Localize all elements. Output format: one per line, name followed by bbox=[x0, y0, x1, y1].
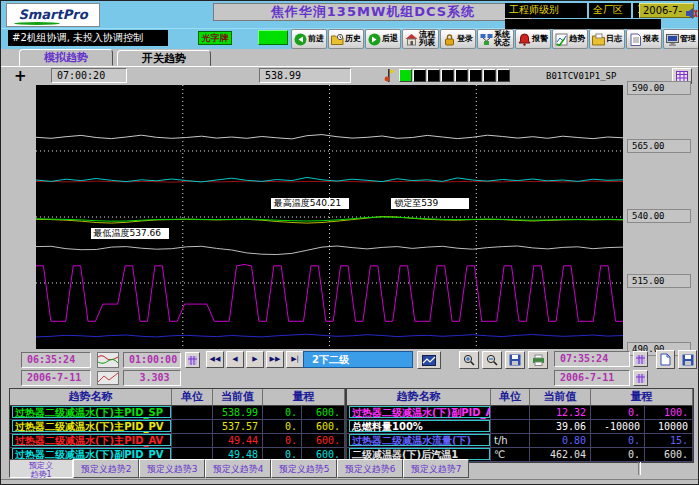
end-date-field[interactable]: 2006-7-11 bbox=[554, 370, 630, 386]
cursor-time-box[interactable]: 07:00:20 bbox=[51, 68, 127, 83]
toolbar: 前进历史后退流程列表登录系统状态报警趋势日志报表管理打印图形 bbox=[291, 29, 699, 49]
predefined-trend-tab-6[interactable]: 预定义趋势6 bbox=[337, 459, 403, 478]
table-row[interactable]: 过热器二级减温水流量(下)t/h0.800.15. bbox=[347, 434, 693, 448]
zoom-out-button[interactable] bbox=[482, 351, 502, 369]
jump-end-button[interactable]: ▶| bbox=[286, 351, 304, 368]
bottom-strip bbox=[1, 479, 699, 485]
chart-annotation: 最低温度537.66 bbox=[91, 228, 169, 239]
logo-swoosh bbox=[14, 22, 60, 25]
current-value-cell: 0.80 bbox=[530, 434, 591, 448]
trend-name-cell[interactable]: 过热器二级减温水(下)主PID_AV bbox=[10, 434, 172, 448]
toolbar-button-label: 后退 bbox=[382, 35, 398, 43]
save-trend-button[interactable] bbox=[505, 351, 525, 369]
toolbar-button-flow-list[interactable]: 流程列表 bbox=[402, 29, 439, 49]
toolbar-button-report[interactable]: 报表 bbox=[626, 29, 662, 49]
monitor-icon bbox=[666, 33, 679, 46]
zoom-in-button[interactable] bbox=[459, 351, 479, 369]
range-min-cell: 0. bbox=[591, 406, 645, 420]
pen-slot-6[interactable] bbox=[469, 69, 482, 82]
pen-slot-3[interactable] bbox=[427, 69, 440, 82]
pen-slot-4[interactable] bbox=[441, 69, 454, 82]
cursor-value-box[interactable]: 538.99 bbox=[259, 68, 351, 83]
toolbar-button-history[interactable]: 历史 bbox=[328, 29, 364, 49]
toolbar-button-manage[interactable]: 管理 bbox=[663, 29, 699, 49]
end-date-picker-button[interactable] bbox=[633, 370, 648, 386]
area-label: 全厂区 bbox=[589, 3, 631, 18]
trend-name-cell[interactable]: 过热器二级减温水(下)主PID_SP bbox=[10, 406, 172, 420]
tab-switch-trend[interactable]: 开关趋势 bbox=[117, 50, 211, 67]
save-config-button[interactable] bbox=[678, 350, 697, 369]
range-min-cell: 0. bbox=[263, 406, 302, 420]
trend-table-left: 趋势名称单位当前值量程过热器二级减温水(下)主PID_SP538.990.600… bbox=[9, 388, 346, 463]
fast-forward-button[interactable]: ▶▶ bbox=[266, 351, 284, 368]
trend-name-cell[interactable]: 过热器二级减温水(下)主PID_PV bbox=[10, 420, 172, 434]
toolbar-button-label: 日志 bbox=[606, 35, 622, 43]
end-time-field[interactable]: 07:35:24 bbox=[554, 351, 630, 367]
table-row[interactable]: 过热器二级减温水(下)主PID_SP538.990.600. bbox=[10, 406, 345, 420]
trend-plot[interactable]: 最高温度540.21锁定至539最低温度537.66 bbox=[36, 85, 623, 349]
rewind-button[interactable]: ◀◀ bbox=[206, 351, 224, 368]
toolbar-button-alarm[interactable]: 报警 bbox=[515, 29, 551, 49]
predefined-trend-tab-2[interactable]: 预定义趋势2 bbox=[73, 459, 139, 478]
pen-slot-5[interactable] bbox=[455, 69, 468, 82]
back-arrow-icon bbox=[294, 33, 307, 46]
table-row[interactable]: 总燃料量100%39.06-1000010000 bbox=[347, 420, 693, 434]
step-back-button[interactable]: ◀ bbox=[226, 351, 244, 368]
predefined-trend-tab-3[interactable]: 预定义趋势3 bbox=[139, 459, 205, 478]
new-trend-button[interactable] bbox=[656, 350, 675, 369]
marker-flag-icon[interactable] bbox=[383, 68, 396, 83]
predefined-trend-tab-4[interactable]: 预定义趋势4 bbox=[205, 459, 271, 478]
trend-group-select[interactable]: 2下二级 bbox=[303, 351, 413, 368]
trend-name-label: 过热器二级减温水流量(下) bbox=[349, 434, 490, 446]
duration-field[interactable]: 01:00:00 bbox=[123, 352, 181, 368]
toolbar-button-log[interactable]: 日志 bbox=[589, 29, 625, 49]
predefined-trend-tab-1[interactable]: 预定义趋势1 bbox=[9, 459, 73, 478]
predefined-trend-tab-7[interactable]: 预定义趋势7 bbox=[403, 459, 469, 478]
selected-tag-label: B01TCV01P1_SP bbox=[546, 71, 616, 81]
toolbar-button-system-status[interactable]: 系统状态 bbox=[477, 29, 514, 49]
range-max-cell: 600. bbox=[302, 434, 345, 448]
toolbar-button-label: 管理 bbox=[680, 35, 696, 43]
single-trend-icon[interactable] bbox=[97, 370, 119, 384]
crosshair-cursor-icon[interactable]: + bbox=[14, 67, 27, 85]
range-max-cell: 100. bbox=[645, 406, 693, 420]
start-date-field[interactable]: 2006-7-11 bbox=[21, 370, 91, 386]
lock-icon bbox=[443, 33, 456, 46]
toolbar-button-back[interactable]: 后退 bbox=[365, 29, 401, 49]
trend-name-label: 总燃料量100% bbox=[349, 420, 490, 432]
multi-trend-icon[interactable] bbox=[97, 352, 119, 368]
report-icon bbox=[629, 33, 642, 46]
table-row[interactable]: 过热器二级减温水(下)主PID_AV49.440.600. bbox=[10, 434, 345, 448]
table-row[interactable]: 过热器二级减温水(下)主PID_PV537.570.600. bbox=[10, 420, 345, 434]
predefined-trend-tab-5[interactable]: 预定义趋势5 bbox=[271, 459, 337, 478]
unit-cell bbox=[491, 406, 530, 420]
toolbar-button-trend[interactable]: 趋势 bbox=[552, 29, 588, 49]
speaker-icon[interactable] bbox=[685, 5, 698, 18]
pen-slot-2[interactable] bbox=[413, 69, 426, 82]
pen-slot-1[interactable] bbox=[399, 69, 412, 82]
table-row[interactable]: 过热器二级减温水(下)副PID_AV12.320.100. bbox=[347, 406, 693, 420]
trend-table-right: 趋势名称单位当前值量程过热器二级减温水(下)副PID_AV12.320.100.… bbox=[346, 388, 694, 463]
trend-name-label: 过热器二级减温水(下)副PID_AV bbox=[349, 406, 490, 418]
toolbar-button-forward[interactable]: 前进 bbox=[291, 29, 327, 49]
trend-icon bbox=[555, 33, 568, 46]
pen-slot-8[interactable] bbox=[497, 69, 510, 82]
play-button[interactable]: ▶ bbox=[246, 351, 264, 368]
range-min-cell: 0. bbox=[591, 434, 645, 448]
print-trend-button[interactable] bbox=[528, 351, 548, 369]
toolbar-button-login[interactable]: 登录 bbox=[440, 29, 476, 49]
duration-picker-button[interactable] bbox=[185, 352, 200, 368]
group-browse-button[interactable] bbox=[417, 351, 441, 369]
unit-cell: t/h bbox=[491, 434, 530, 448]
trend-name-cell[interactable]: 过热器二级减温水(下)副PID_AV bbox=[347, 406, 491, 420]
tab-analog-trend[interactable]: 模拟趋势 bbox=[19, 49, 113, 66]
end-time-picker-button[interactable] bbox=[633, 351, 648, 367]
range-max-cell: 15. bbox=[645, 434, 693, 448]
start-time-field[interactable]: 06:35:24 bbox=[21, 352, 91, 368]
annunciator-button[interactable]: 光字牌 bbox=[198, 31, 232, 45]
trend-name-cell[interactable]: 总燃料量100% bbox=[347, 420, 491, 434]
interval-field[interactable]: 3.303 bbox=[123, 370, 181, 386]
trend-name-cell[interactable]: 过热器二级减温水流量(下) bbox=[347, 434, 491, 448]
range-max-cell: 600. bbox=[302, 420, 345, 434]
pen-slot-7[interactable] bbox=[483, 69, 496, 82]
